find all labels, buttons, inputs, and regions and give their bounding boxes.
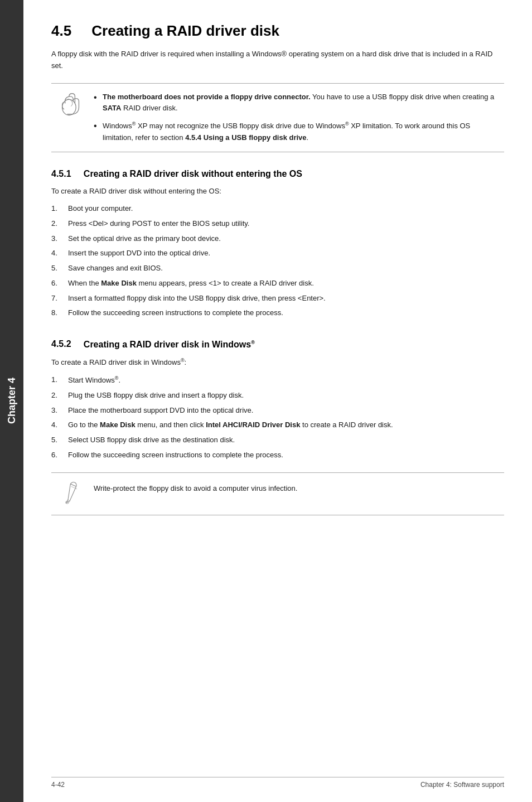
step-text: Place the motherboard support DVD into t…: [68, 405, 504, 417]
step-451-4: 4. Insert the support DVD into the optic…: [51, 248, 504, 259]
section-number: 4.5: [51, 22, 71, 39]
step-num: 5.: [51, 263, 68, 274]
notice-content: • The motherboard does not provide a flo…: [94, 91, 495, 144]
bullet-2: •: [94, 120, 103, 132]
subsection-452-number: 4.5.2: [51, 340, 71, 349]
subsection-451-steps: 1. Boot your computer. 2. Press <Del> du…: [51, 203, 504, 319]
subsection-452-title: 4.5.2 Creating a RAID driver disk in Win…: [51, 339, 504, 349]
step-text: Go to the Make Disk menu, and then click…: [68, 419, 504, 431]
step-num: 1.: [51, 203, 68, 215]
chapter-tab: Chapter 4: [0, 0, 23, 802]
notice-box: • The motherboard does not provide a flo…: [51, 83, 504, 153]
step-num: 4.: [51, 419, 68, 431]
step-text: Insert the support DVD into the optical …: [68, 248, 504, 259]
bullet-1: •: [94, 91, 103, 104]
subsection-452-steps: 1. Start Windows®. 2. Plug the USB flopp…: [51, 374, 504, 461]
footer-bar: 4-42 Chapter 4: Software support: [51, 777, 504, 789]
step-num: 6.: [51, 450, 68, 461]
step-num: 3.: [51, 405, 68, 417]
step-452-6: 6. Follow the succeeding screen instruct…: [51, 450, 504, 461]
step-452-3: 3. Place the motherboard support DVD int…: [51, 405, 504, 417]
step-num: 1.: [51, 374, 68, 386]
step-num: 8.: [51, 307, 68, 319]
step-452-2: 2. Plug the USB floppy disk drive and in…: [51, 390, 504, 402]
subsection-451-heading: Creating a RAID driver disk without ente…: [84, 169, 302, 178]
step-451-8: 8. Follow the succeeding screen instruct…: [51, 307, 504, 319]
step-451-7: 7. Insert a formatted floppy disk into t…: [51, 293, 504, 305]
footer-page-number: 4-42: [51, 781, 65, 789]
notice-text-1: The motherboard does not provide a flopp…: [103, 91, 495, 115]
step-451-5: 5. Save changes and exit BIOS.: [51, 263, 504, 274]
step-452-5: 5. Select USB floppy disk drive as the d…: [51, 434, 504, 446]
subsection-451-intro: To create a RAID driver disk without ent…: [51, 186, 504, 197]
step-text: When the Make Disk menu appears, press <…: [68, 278, 504, 289]
step-text: Set the optical drive as the primary boo…: [68, 233, 504, 245]
step-num: 3.: [51, 233, 68, 245]
step-451-3: 3. Set the optical drive as the primary …: [51, 233, 504, 245]
step-num: 5.: [51, 434, 68, 446]
main-content: 4.5 Creating a RAID driver disk A floppy…: [23, 0, 532, 802]
notice-item-1: • The motherboard does not provide a flo…: [94, 91, 495, 115]
section-intro: A floppy disk with the RAID driver is re…: [51, 49, 504, 72]
step-text: Insert a formatted floppy disk into the …: [68, 293, 504, 305]
notice-item-2: • Windows® XP may not recognize the USB …: [94, 120, 495, 144]
subsection-452: 4.5.2 Creating a RAID driver disk in Win…: [51, 339, 504, 515]
notice-icon: [60, 93, 85, 119]
note-box: Write-protect the floppy disk to avoid a…: [51, 472, 504, 515]
step-num: 4.: [51, 248, 68, 259]
step-text: Follow the succeeding screen instruction…: [68, 307, 504, 319]
step-text: Save changes and exit BIOS.: [68, 263, 504, 274]
step-text: Boot your computer.: [68, 203, 504, 215]
subsection-452-intro: To create a RAID driver disk in Windows®…: [51, 356, 504, 369]
step-451-6: 6. When the Make Disk menu appears, pres…: [51, 278, 504, 289]
step-num: 2.: [51, 390, 68, 402]
step-452-1: 1. Start Windows®.: [51, 374, 504, 386]
step-text: Plug the USB floppy disk drive and inser…: [68, 390, 504, 402]
notice-text-2: Windows® XP may not recognize the USB fl…: [103, 120, 495, 144]
step-num: 2.: [51, 218, 68, 230]
step-num: 6.: [51, 278, 68, 289]
step-text: Follow the succeeding screen instruction…: [68, 450, 504, 461]
subsection-451: 4.5.1 Creating a RAID driver disk withou…: [51, 169, 504, 319]
step-text: Start Windows®.: [68, 374, 504, 386]
svg-point-0: [62, 99, 76, 115]
subsection-451-title: 4.5.1 Creating a RAID driver disk withou…: [51, 169, 504, 179]
note-text: Write-protect the floppy disk to avoid a…: [94, 481, 495, 495]
chapter-tab-label: Chapter 4: [6, 378, 18, 424]
step-num: 7.: [51, 293, 68, 305]
section-heading: Creating a RAID driver disk: [91, 22, 279, 39]
step-452-4: 4. Go to the Make Disk menu, and then cl…: [51, 419, 504, 431]
step-451-1: 1. Boot your computer.: [51, 203, 504, 215]
section-title: 4.5 Creating a RAID driver disk: [51, 22, 504, 40]
footer-chapter: Chapter 4: Software support: [420, 781, 504, 789]
subsection-452-heading: Creating a RAID driver disk in Windows®: [84, 340, 255, 349]
subsection-451-number: 4.5.1: [51, 169, 71, 178]
step-451-2: 2. Press <Del> during POST to enter the …: [51, 218, 504, 230]
step-text: Select USB floppy disk drive as the dest…: [68, 434, 504, 446]
note-icon: [60, 481, 85, 507]
step-text: Press <Del> during POST to enter the BIO…: [68, 218, 504, 230]
